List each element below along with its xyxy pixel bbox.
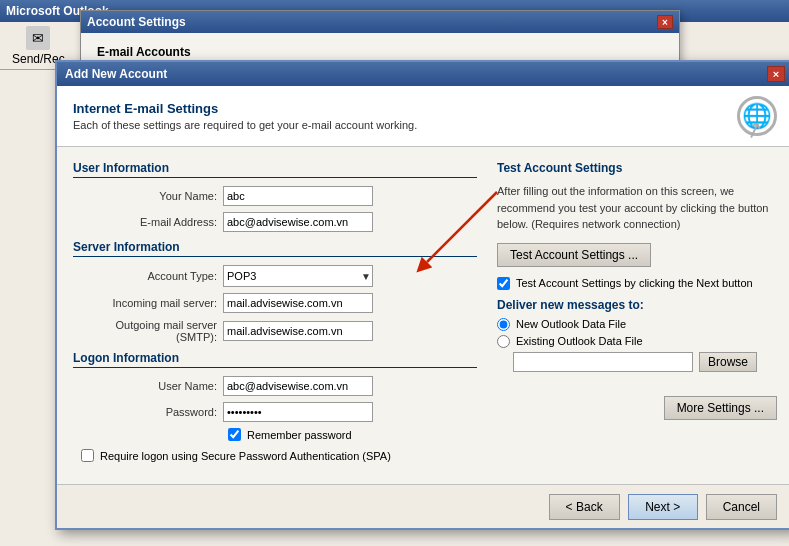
- your-name-label: Your Name:: [73, 190, 223, 202]
- browse-row: Browse: [513, 352, 777, 372]
- logon-information-title: Logon Information: [73, 351, 477, 368]
- account-type-label: Account Type:: [73, 270, 223, 282]
- test-account-settings-button[interactable]: Test Account Settings ...: [497, 243, 651, 267]
- account-settings-close-button[interactable]: ×: [657, 15, 673, 29]
- add-account-title: Add New Account: [65, 67, 167, 81]
- auto-test-label: Test Account Settings by clicking the Ne…: [516, 277, 753, 289]
- account-type-select-wrap: POP3 IMAP Exchange ▼: [223, 265, 373, 287]
- remember-password-checkbox[interactable]: [228, 428, 241, 441]
- remember-password-label: Remember password: [247, 429, 352, 441]
- existing-outlook-label: Existing Outlook Data File: [516, 335, 643, 347]
- account-type-row: Account Type: POP3 IMAP Exchange ▼: [73, 265, 477, 287]
- browse-button[interactable]: Browse: [699, 352, 757, 372]
- cancel-label: Cancel: [723, 500, 760, 514]
- username-label: User Name:: [73, 380, 223, 392]
- browse-label: Browse: [708, 355, 748, 369]
- email-accounts-heading: E-mail Accounts: [97, 45, 663, 59]
- spa-row: Require logon using Secure Password Auth…: [73, 449, 477, 462]
- password-label: Password:: [73, 406, 223, 418]
- password-input[interactable]: [223, 402, 373, 422]
- next-button[interactable]: Next >: [628, 494, 698, 520]
- username-input[interactable]: [223, 376, 373, 396]
- your-name-row: Your Name:: [73, 186, 477, 206]
- email-address-input[interactable]: [223, 212, 373, 232]
- outgoing-server-row: Outgoing mail server (SMTP):: [73, 319, 477, 343]
- header-text: Internet E-mail Settings Each of these s…: [73, 101, 417, 131]
- incoming-server-row: Incoming mail server:: [73, 293, 477, 313]
- add-account-close-button[interactable]: ×: [767, 66, 785, 82]
- password-row: Password:: [73, 402, 477, 422]
- test-settings-title: Test Account Settings: [497, 161, 777, 175]
- auto-test-checkbox[interactable]: [497, 277, 510, 290]
- right-panel: Test Account Settings After filling out …: [497, 161, 777, 499]
- header-description: Each of these settings are required to g…: [73, 119, 417, 131]
- new-outlook-radio[interactable]: [497, 318, 510, 331]
- spa-checkbox[interactable]: [81, 449, 94, 462]
- existing-outlook-row: Existing Outlook Data File: [497, 335, 777, 348]
- more-settings-label: More Settings ...: [677, 401, 764, 415]
- next-label: Next >: [645, 500, 680, 514]
- auto-test-row: Test Account Settings by clicking the Ne…: [497, 277, 777, 290]
- email-address-label: E-mail Address:: [73, 216, 223, 228]
- test-settings-description: After filling out the information on thi…: [497, 183, 777, 233]
- new-outlook-label: New Outlook Data File: [516, 318, 626, 330]
- incoming-server-label: Incoming mail server:: [73, 297, 223, 309]
- add-account-dialog: Add New Account × Internet E-mail Settin…: [55, 60, 789, 530]
- incoming-server-input[interactable]: [223, 293, 373, 313]
- cancel-button[interactable]: Cancel: [706, 494, 777, 520]
- test-account-settings-label: Test Account Settings ...: [510, 248, 638, 262]
- more-settings-button[interactable]: More Settings ...: [664, 396, 777, 420]
- dialog-content: User Information Your Name: E-mail Addre…: [57, 147, 789, 513]
- dialog-bottom-bar: < Back Next > Cancel: [57, 484, 789, 528]
- remember-password-row: Remember password: [228, 428, 477, 441]
- account-settings-titlebar: Account Settings ×: [81, 11, 679, 33]
- dialog-header: Internet E-mail Settings Each of these s…: [57, 86, 789, 147]
- add-account-titlebar: Add New Account ×: [57, 62, 789, 86]
- spa-label: Require logon using Secure Password Auth…: [100, 450, 391, 462]
- account-type-select[interactable]: POP3 IMAP Exchange: [223, 265, 373, 287]
- existing-outlook-radio[interactable]: [497, 335, 510, 348]
- deliver-title: Deliver new messages to:: [497, 298, 777, 312]
- your-name-input[interactable]: [223, 186, 373, 206]
- header-title: Internet E-mail Settings: [73, 101, 417, 116]
- left-panel: User Information Your Name: E-mail Addre…: [73, 161, 477, 499]
- new-outlook-row: New Outlook Data File: [497, 318, 777, 331]
- back-label: < Back: [566, 500, 603, 514]
- outgoing-server-label: Outgoing mail server (SMTP):: [73, 319, 223, 343]
- username-row: User Name:: [73, 376, 477, 396]
- browse-input[interactable]: [513, 352, 693, 372]
- back-button[interactable]: < Back: [549, 494, 620, 520]
- server-information-title: Server Information: [73, 240, 477, 257]
- send-receive-icon: ✉: [26, 26, 50, 50]
- outgoing-server-input[interactable]: [223, 321, 373, 341]
- email-address-row: E-mail Address:: [73, 212, 477, 232]
- account-settings-title: Account Settings: [87, 15, 186, 29]
- user-information-title: User Information: [73, 161, 477, 178]
